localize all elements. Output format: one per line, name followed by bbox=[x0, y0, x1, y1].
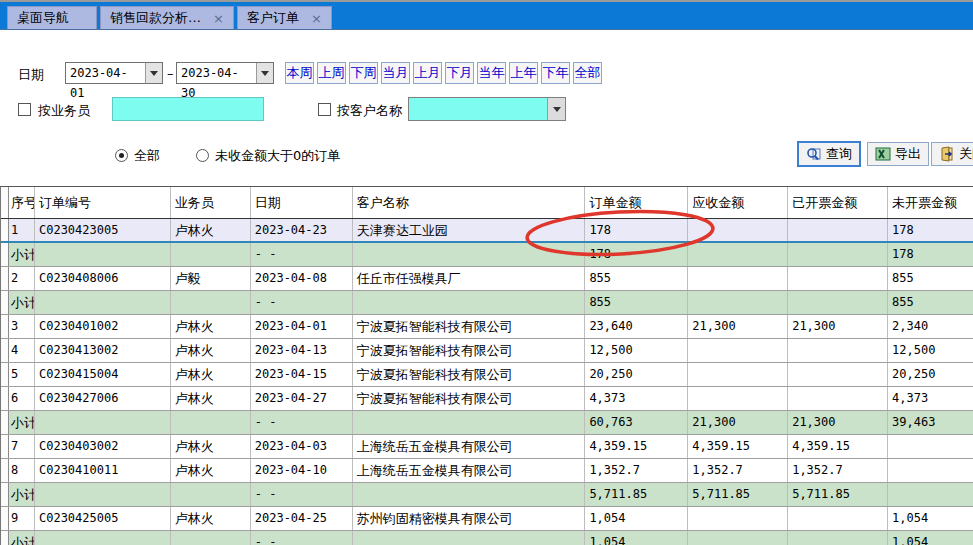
date-range-separator: – bbox=[167, 66, 174, 81]
search-icon bbox=[806, 146, 822, 162]
cell-uninvoiced: 39,463 bbox=[888, 411, 973, 434]
cell-no: 小计 bbox=[9, 291, 35, 314]
cell-order: C0230410011 bbox=[35, 459, 171, 482]
cell-invoiced bbox=[788, 387, 888, 410]
table-row[interactable]: 9C0230425005卢林火2023-04-25苏州钧固精密模具有限公司1,0… bbox=[1, 507, 973, 531]
table-row[interactable]: 5C0230415004卢林火2023-04-15宁波夏拓智能科技有限公司20,… bbox=[1, 363, 973, 387]
table-row[interactable]: 4C0230413002卢林火2023-04-13宁波夏拓智能科技有限公司12,… bbox=[1, 339, 973, 363]
date-to-value: 2023-04-30 bbox=[177, 63, 256, 83]
cell-uninvoiced: 4,373 bbox=[888, 387, 973, 410]
column-header-6[interactable]: 订单金额 bbox=[585, 187, 688, 218]
quick-date-button-3[interactable]: 下周 bbox=[349, 62, 378, 84]
subtotal-row[interactable]: 小计- -60,76321,30021,30039,463 bbox=[1, 411, 973, 435]
subtotal-row[interactable]: 小计- -855855 bbox=[1, 291, 973, 315]
cell-uninvoiced: 20,250 bbox=[888, 363, 973, 386]
cell-invoiced bbox=[788, 531, 888, 545]
quick-date-button-5[interactable]: 上月 bbox=[413, 62, 442, 84]
table-row[interactable]: 2C0230408006卢毅2023-04-08任丘市任强模具厂855855 bbox=[1, 267, 973, 291]
subtotal-row[interactable]: 小计- -5,711.855,711.855,711.85 bbox=[1, 483, 973, 507]
table-row[interactable]: 6C0230427006卢林火2023-04-27宁波夏拓智能科技有限公司4,3… bbox=[1, 387, 973, 411]
cell-amount: 178 bbox=[585, 243, 688, 266]
cell-date: 2023-04-13 bbox=[251, 339, 353, 362]
cell-order bbox=[35, 483, 171, 506]
chevron-down-icon[interactable] bbox=[145, 63, 162, 83]
tab-2[interactable]: 销售回款分析…× bbox=[100, 6, 234, 29]
column-header-9[interactable]: 未开票金额 bbox=[888, 187, 973, 218]
salesperson-input[interactable] bbox=[112, 97, 264, 121]
customer-combobox[interactable] bbox=[408, 97, 566, 121]
quick-date-button-7[interactable]: 当年 bbox=[477, 62, 506, 84]
subtotal-row[interactable]: 小计- -178178 bbox=[1, 243, 973, 267]
column-header-8[interactable]: 已开票金额 bbox=[788, 187, 888, 218]
cell-date: - - bbox=[251, 531, 353, 545]
subtotal-row[interactable]: 小计- -1,0541,054 bbox=[1, 531, 973, 545]
quick-date-button-4[interactable]: 当月 bbox=[381, 62, 410, 84]
cell-sales bbox=[171, 411, 251, 434]
column-header-3[interactable]: 业务员 bbox=[171, 187, 251, 218]
quick-date-button-8[interactable]: 上年 bbox=[509, 62, 538, 84]
cell-sales bbox=[171, 243, 251, 266]
row-gutter bbox=[1, 291, 9, 314]
row-gutter bbox=[1, 267, 9, 290]
cell-customer bbox=[353, 483, 586, 506]
table-row[interactable]: 7C0230403002卢林火2023-04-03上海统岳五金模具有限公司4,3… bbox=[1, 435, 973, 459]
date-from-combobox[interactable]: 2023-04-01 bbox=[65, 62, 163, 84]
orders-table: 序号订单编号业务员日期客户名称订单金额应收金额已开票金额未开票金额 1C0230… bbox=[0, 186, 973, 545]
cell-receivable: 1,352.7 bbox=[688, 459, 788, 482]
chevron-down-icon[interactable] bbox=[256, 63, 273, 83]
cell-customer bbox=[353, 243, 586, 266]
quick-date-button-9[interactable]: 下年 bbox=[541, 62, 570, 84]
by-salesperson-checkbox[interactable] bbox=[18, 103, 31, 116]
by-customer-checkbox[interactable] bbox=[318, 103, 331, 116]
cell-no: 8 bbox=[9, 459, 35, 482]
cell-receivable: 5,711.85 bbox=[688, 483, 788, 506]
cell-customer bbox=[353, 291, 586, 314]
cell-date: 2023-04-10 bbox=[251, 459, 353, 482]
tab-1[interactable]: 桌面导航 bbox=[7, 6, 97, 29]
radio-all[interactable] bbox=[115, 149, 128, 162]
table-row[interactable]: 8C0230410011卢林火2023-04-10上海统岳五金模具有限公司1,3… bbox=[1, 459, 973, 483]
tab-label: 销售回款分析… bbox=[110, 9, 201, 27]
quick-date-button-10[interactable]: 全部 bbox=[573, 62, 602, 84]
radio-unpaid[interactable] bbox=[196, 149, 209, 162]
table-body: 1C0230423005卢林火2023-04-23天津赛达工业园178178小计… bbox=[1, 219, 973, 545]
column-header-5[interactable]: 客户名称 bbox=[353, 187, 586, 218]
cell-receivable: 4,359.15 bbox=[688, 435, 788, 458]
column-header-1[interactable]: 序号 bbox=[9, 187, 35, 218]
cell-sales: 卢林火 bbox=[171, 459, 251, 482]
column-header-2[interactable]: 订单编号 bbox=[35, 187, 171, 218]
close-button[interactable]: 关闭 bbox=[931, 142, 973, 166]
cell-order: C0230408006 bbox=[35, 267, 171, 290]
cell-customer: 上海统岳五金模具有限公司 bbox=[353, 435, 586, 458]
table-header-row: 序号订单编号业务员日期客户名称订单金额应收金额已开票金额未开票金额 bbox=[1, 187, 973, 219]
date-label: 日期 bbox=[18, 66, 44, 84]
column-header-4[interactable]: 日期 bbox=[251, 187, 353, 218]
tab-close-icon[interactable]: × bbox=[311, 12, 322, 25]
cell-invoiced: 5,711.85 bbox=[788, 483, 888, 506]
export-button[interactable]: 导出 bbox=[867, 142, 929, 166]
cell-receivable bbox=[688, 531, 788, 545]
quick-date-button-6[interactable]: 下月 bbox=[445, 62, 474, 84]
table-row[interactable]: 1C0230423005卢林火2023-04-23天津赛达工业园178178 bbox=[1, 219, 973, 243]
cell-order: C0230403002 bbox=[35, 435, 171, 458]
cell-uninvoiced: 178 bbox=[888, 243, 973, 266]
date-to-combobox[interactable]: 2023-04-30 bbox=[176, 62, 274, 84]
tab-close-icon[interactable]: × bbox=[213, 12, 224, 25]
cell-date: 2023-04-27 bbox=[251, 387, 353, 410]
quick-date-button-2[interactable]: 上周 bbox=[317, 62, 346, 84]
tab-3[interactable]: 客户订单× bbox=[237, 6, 332, 29]
chevron-down-icon[interactable] bbox=[547, 98, 565, 120]
cell-receivable bbox=[688, 363, 788, 386]
date-from-value: 2023-04-01 bbox=[66, 63, 145, 83]
row-gutter bbox=[1, 387, 9, 410]
cell-customer bbox=[353, 531, 586, 545]
cell-no: 小计 bbox=[9, 411, 35, 434]
column-header-7[interactable]: 应收金额 bbox=[688, 187, 788, 218]
cell-invoiced bbox=[788, 363, 888, 386]
table-row[interactable]: 3C0230401002卢林火2023-04-01宁波夏拓智能科技有限公司23,… bbox=[1, 315, 973, 339]
cell-amount: 5,711.85 bbox=[585, 483, 688, 506]
query-button[interactable]: 查询 bbox=[797, 141, 861, 167]
cell-amount: 1,352.7 bbox=[585, 459, 688, 482]
quick-date-button-1[interactable]: 本周 bbox=[285, 62, 314, 84]
cell-no: 小计 bbox=[9, 243, 35, 266]
